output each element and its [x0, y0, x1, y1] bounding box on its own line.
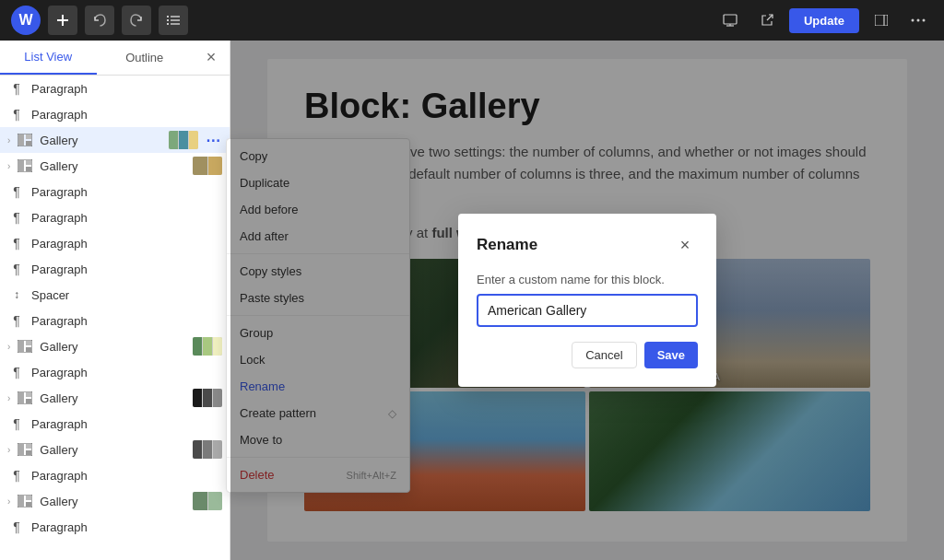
sidebar-toggle-button[interactable] [867, 6, 896, 35]
paragraph-icon: ¶ [7, 518, 26, 536]
more-options-icon[interactable]: ⋯ [204, 131, 222, 149]
modal-save-button[interactable]: Save [644, 342, 698, 368]
top-bar: W Update [0, 0, 944, 41]
list-view-toggle[interactable] [159, 6, 188, 35]
svg-rect-34 [18, 444, 24, 455]
wp-logo[interactable]: W [11, 6, 41, 35]
gallery-icon [16, 131, 34, 149]
paragraph-icon: ¶ [7, 105, 26, 123]
sidebar-tabs: List View Outline × [0, 41, 230, 76]
svg-rect-6 [167, 19, 169, 21]
paragraph-icon: ¶ [7, 234, 26, 252]
modal-cancel-button[interactable]: Cancel [572, 342, 636, 368]
svg-rect-24 [26, 167, 31, 171]
list-item[interactable]: › Gallery [0, 333, 230, 359]
sidebar-item-label: Paragraph [31, 185, 222, 199]
list-item[interactable]: ¶ Paragraph [0, 411, 230, 437]
list-item[interactable]: ¶ Paragraph [0, 204, 230, 230]
list-item[interactable]: ¶ Paragraph [0, 101, 230, 127]
sidebar-item-label: Gallery [40, 495, 187, 508]
svg-rect-22 [18, 160, 24, 171]
svg-rect-23 [26, 160, 31, 165]
sidebar-item-label: Paragraph [31, 366, 222, 379]
svg-rect-35 [26, 444, 31, 449]
update-button[interactable]: Update [789, 8, 859, 33]
chevron-icon: › [7, 496, 10, 507]
paragraph-icon: ¶ [7, 466, 26, 484]
rename-modal: Rename × Enter a custom name for this bl… [458, 214, 716, 387]
add-button[interactable] [48, 6, 77, 35]
sidebar-item-label: Gallery [40, 340, 187, 354]
gallery-thumb [193, 492, 222, 510]
sidebar-item-label: Spacer [31, 288, 222, 302]
tab-list-view[interactable]: List View [0, 41, 97, 75]
chevron-icon: › [7, 135, 10, 146]
more-options-button[interactable] [903, 6, 933, 35]
svg-rect-36 [26, 450, 31, 455]
sidebar: List View Outline × ¶ Paragraph ¶ Paragr… [0, 41, 230, 560]
sidebar-item-label: Paragraph [31, 237, 222, 251]
rename-input[interactable] [477, 294, 698, 327]
svg-rect-18 [18, 134, 24, 146]
tab-outline[interactable]: Outline [97, 41, 194, 75]
sidebar-content: ¶ Paragraph ¶ Paragraph › Gallery [0, 76, 230, 560]
list-item[interactable]: ¶ Paragraph [0, 230, 230, 256]
sidebar-item-label: Paragraph [31, 520, 222, 534]
list-item[interactable]: ¶ Paragraph [0, 179, 230, 204]
preview-button[interactable] [715, 6, 745, 35]
gallery-icon [16, 157, 34, 175]
sidebar-item-label: Paragraph [31, 262, 222, 276]
list-item[interactable]: › Gallery [0, 153, 230, 179]
gallery-thumb [193, 157, 222, 175]
svg-rect-26 [18, 341, 24, 352]
spacer-icon: ↕ [7, 286, 26, 304]
svg-rect-19 [26, 134, 31, 139]
svg-rect-28 [26, 347, 31, 352]
gallery-thumb [169, 131, 198, 149]
list-item[interactable]: › Gallery [0, 437, 230, 462]
modal-close-button[interactable]: × [672, 232, 698, 258]
svg-rect-40 [26, 502, 31, 507]
list-item[interactable]: › Gallery ⋯ [0, 127, 230, 153]
modal-title: Rename [477, 236, 537, 254]
list-item[interactable]: ¶ Paragraph [0, 462, 230, 488]
svg-rect-7 [167, 23, 169, 25]
chevron-icon: › [7, 445, 10, 455]
list-item[interactable]: ¶ Paragraph [0, 76, 230, 101]
sidebar-item-label: Paragraph [31, 108, 222, 122]
svg-rect-31 [26, 392, 31, 397]
redo-button[interactable] [122, 6, 151, 35]
paragraph-icon: ¶ [7, 208, 26, 227]
modal-header: Rename × [477, 232, 698, 258]
sidebar-close-button[interactable]: × [196, 43, 226, 73]
list-item[interactable]: ¶ Paragraph [0, 308, 230, 333]
external-link-button[interactable] [752, 6, 782, 35]
list-item[interactable]: ↕ Spacer [0, 282, 230, 308]
chevron-icon: › [7, 342, 10, 352]
paragraph-icon: ¶ [7, 260, 26, 278]
svg-rect-27 [26, 341, 31, 345]
modal-description: Enter a custom name for this block. [477, 273, 698, 286]
undo-button[interactable] [85, 6, 114, 35]
svg-rect-12 [875, 15, 888, 26]
paragraph-icon: ¶ [7, 79, 26, 98]
sidebar-item-label: Gallery [40, 391, 187, 405]
list-item[interactable]: › Gallery [0, 385, 230, 411]
gallery-icon [16, 440, 34, 459]
gallery-icon [16, 337, 34, 356]
sidebar-item-label: Paragraph [31, 417, 222, 431]
svg-point-15 [917, 19, 920, 22]
list-item[interactable]: ¶ Paragraph [0, 256, 230, 282]
gallery-thumb [193, 440, 222, 459]
svg-rect-32 [26, 399, 31, 403]
sidebar-item-label: Gallery [40, 159, 187, 173]
list-item[interactable]: ¶ Paragraph [0, 514, 230, 540]
sidebar-item-label: Gallery [40, 134, 163, 147]
sidebar-item-label: Paragraph [31, 314, 222, 328]
svg-point-16 [923, 19, 926, 22]
svg-rect-5 [167, 16, 169, 18]
chevron-icon: › [7, 161, 10, 171]
list-item[interactable]: › Gallery [0, 488, 230, 514]
list-item[interactable]: ¶ Paragraph [0, 359, 230, 385]
paragraph-icon: ¶ [7, 311, 26, 330]
